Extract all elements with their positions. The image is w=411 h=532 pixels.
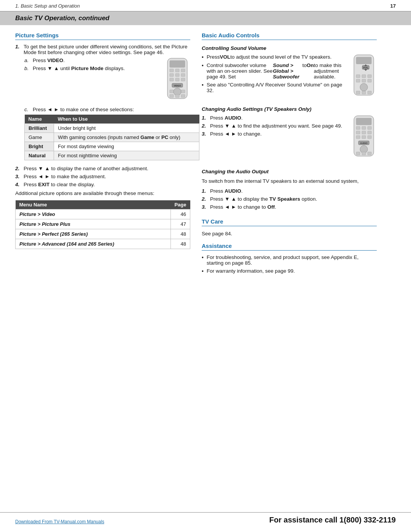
svg-rect-51 [368,152,371,155]
step-2-text: Press ▼ ▲ to display the name of another… [24,166,148,171]
step-1a-text: Press VIDEO. [33,58,65,63]
menu-name: Picture > Advanced (164 and 265 Series) [16,239,171,249]
vol-bullets: Press VOL to adjust the sound level of t… [202,54,377,93]
step-2: 2. Press ▼ ▲ to display the name of anot… [15,166,190,171]
svg-rect-50 [362,152,366,155]
step-1b: b. Press ▼ ▲ until Picture Mode displays… [24,66,160,71]
menu-name: Picture > Video [16,209,171,219]
svg-rect-14 [170,90,174,93]
output-step-1-num: 1. [202,188,209,194]
svg-rect-40 [356,131,360,134]
table-row: Game With gaming consoles (inputs named … [25,133,199,142]
tv-care-heading: TV Care [202,218,377,226]
step-2-num: 2. [15,166,22,171]
svg-rect-30 [368,79,371,82]
audio-step-1-num: 1. [202,115,209,121]
right-column: Basic Audio Controls Controlling Sound V… [202,32,377,278]
table-row: Picture > Picture Plus 47 [16,219,190,229]
additional-text: Additional picture options are available… [15,190,190,197]
svg-rect-4 [181,69,185,72]
table-cell-use: With gaming consoles (inputs named Game … [54,133,199,142]
footer-link[interactable]: Downloaded From TV-Manual.com Manuals [15,519,104,524]
svg-rect-36 [356,118,371,125]
audio-step-3-text: Press ◄ ► to change. [210,131,262,137]
audio-settings-section: AUDIO 1. Press AUDIO. 2. Press ▼ ▲ to fi… [202,115,377,162]
table-row: Natural For most nighttime viewing [25,151,199,160]
audio-step-2: 2. Press ▼ ▲ to find the adjustment you … [202,123,346,129]
menu-page: 47 [170,219,190,229]
vol-section: VOL Press VOL [202,54,377,101]
header-title: 1. Basic Setup and Operation [15,3,80,9]
substeps-ab: VIDEO a. Press VIDEO. b. Press ▼ ▲ unt [15,58,190,104]
step-3-num: 3. [15,174,22,179]
audio-step-1: 1. Press AUDIO. [202,115,346,121]
step-1b-label: b. [24,66,31,71]
assistance-heading: Assistance [202,243,377,251]
svg-rect-18 [181,94,185,97]
svg-rect-6 [175,73,179,77]
svg-rect-2 [170,69,174,72]
svg-rect-33 [362,91,366,94]
step-1c-text: Press ◄ ► to make one of these selection… [33,107,134,112]
audio-settings-heading: Changing Audio Settings (TV Speakers Onl… [202,106,377,112]
bullet-item: Press VOL to adjust the sound level of t… [202,54,346,60]
section-title-bar: Basic TV Operation, continued [0,11,411,25]
audio-step-1-text: Press AUDIO. [210,115,243,121]
table-cell-use: For most daytime viewing [54,142,199,151]
vol-remote-illustration: VOL [351,54,377,97]
menu-name: Picture > Picture Plus [16,219,171,229]
audio-step-2-num: 2. [202,123,209,129]
step-4: 4. Press EXIT to clear the display. [15,182,190,187]
table-cell-name: Brilliant [25,124,54,133]
menu-page: 46 [170,209,190,219]
menu-table: Menu Name Page Picture > Video 46 Pictur… [15,200,190,249]
svg-rect-42 [368,131,371,134]
page-number: 17 [390,3,396,9]
svg-rect-45 [368,136,371,139]
svg-text:AUDIO: AUDIO [360,142,368,144]
svg-rect-5 [170,73,174,77]
svg-rect-29 [362,79,366,82]
svg-rect-28 [356,79,360,82]
table-row: Picture > Perfect (265 Series) 48 [16,229,190,239]
svg-rect-43 [356,136,360,139]
svg-rect-37 [356,126,360,129]
svg-rect-32 [356,91,360,94]
output-step-3-text: Press ◄ ► to change to Off. [210,204,276,210]
svg-rect-34 [368,91,371,94]
svg-rect-38 [362,126,366,129]
table-row: Picture > Advanced (164 and 265 Series) … [16,239,190,249]
step-1-num: 1. [15,44,22,50]
table-row: Bright For most daytime viewing [25,142,199,151]
output-step-1: 1. Press AUDIO. [202,188,377,194]
step-1a-label: a. [24,58,31,63]
svg-rect-8 [170,78,174,81]
svg-rect-39 [368,126,371,129]
main-content: Picture Settings 1. To get the best pict… [0,32,411,278]
audio-step-3-num: 3. [202,131,209,137]
menu-name: Picture > Perfect (265 Series) [16,229,171,239]
table-cell-name: Game [25,133,54,142]
svg-rect-49 [356,152,360,155]
bullet-item: For troubleshooting, service, and produc… [202,254,377,266]
output-step-2-num: 2. [202,196,209,202]
vol-remote-svg: VOL [351,54,377,96]
audio-step-3: 3. Press ◄ ► to change. [202,131,346,137]
step-1c-label: c. [24,107,31,112]
svg-rect-16 [170,94,174,97]
step-3-text: Press ◄ ► to make the adjustment. [24,174,106,179]
footer-assist: For assistance call 1(800) 332-2119 [269,516,396,524]
svg-rect-17 [175,94,179,97]
output-step-3-num: 3. [202,204,209,210]
svg-rect-1 [170,61,185,67]
step-1: 1. To get the best picture under differe… [15,44,190,55]
table-cell-use: Under bright light [54,124,199,133]
svg-rect-10 [181,78,185,81]
page-footer: Downloaded From TV-Manual.com Manuals Fo… [0,512,411,524]
bullet-item: Control subwoofer volume with an on-scre… [202,62,346,80]
tv-care-text: See page 84. [202,230,377,238]
svg-rect-7 [181,73,185,77]
video-remote-svg: VIDEO [164,58,190,99]
bullet-item: See also "Controlling A/V Receiver Sound… [202,82,346,93]
step-1-text: To get the best picture under different … [24,44,190,55]
